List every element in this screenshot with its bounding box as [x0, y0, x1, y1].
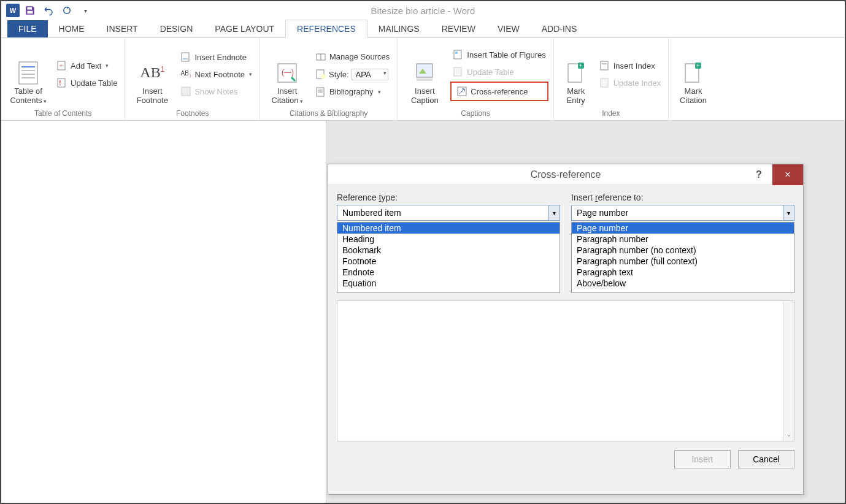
cancel-button[interactable]: Cancel: [738, 450, 794, 468]
update-table-button[interactable]: !Update Table: [54, 75, 120, 90]
citations-group-label: Citations & Bibliography: [265, 108, 392, 119]
mark-entry-button[interactable]: + Mark Entry: [559, 40, 593, 108]
document-title: Bitesize bio article - Word: [371, 6, 475, 16]
tab-mailings[interactable]: MAILINGS: [367, 20, 431, 37]
tab-home[interactable]: HOME: [48, 20, 96, 37]
bibliography-icon: [315, 86, 326, 97]
list-item[interactable]: Paragraph number (full context): [572, 256, 794, 267]
list-item[interactable]: Footnote: [337, 256, 560, 267]
endnote-icon: [180, 52, 191, 63]
svg-rect-10: [182, 53, 189, 61]
insert-citation-button[interactable]: (—) Insert Citation▾: [265, 40, 309, 108]
style-icon: [315, 69, 326, 80]
next-footnote-button[interactable]: AB↓Next Footnote ▾: [178, 67, 255, 82]
help-button[interactable]: ?: [748, 169, 770, 180]
list-item[interactable]: Heading: [337, 234, 560, 245]
tab-references[interactable]: REFERENCES: [285, 20, 367, 38]
tab-file[interactable]: FILE: [7, 20, 48, 37]
tab-review[interactable]: REVIEW: [431, 20, 486, 37]
bibliography-button[interactable]: Bibliography▾: [313, 85, 392, 99]
document-page[interactable]: [1, 121, 326, 503]
list-item[interactable]: Numbered item: [337, 223, 560, 234]
ribbon: Table of Contents▾ +Add Text▾ !Update Ta…: [1, 38, 845, 121]
group-captions: Insert Caption Insert Table of Figures U…: [398, 38, 553, 120]
show-notes-button[interactable]: Show Notes: [178, 84, 255, 99]
quick-access-toolbar: W ▾: [6, 2, 93, 18]
cross-reference-dialog: Cross-reference ? × Reference type: ▾ Nu…: [328, 164, 804, 495]
redo-icon[interactable]: [59, 2, 75, 18]
mark-entry-icon: +: [565, 62, 587, 84]
save-icon[interactable]: [22, 2, 38, 18]
list-item[interactable]: Endnote: [337, 267, 560, 278]
list-item[interactable]: Above/below: [572, 278, 794, 289]
list-item[interactable]: Paragraph number (no context): [572, 245, 794, 256]
svg-text:+: +: [60, 63, 63, 69]
tab-insert[interactable]: INSERT: [96, 20, 149, 37]
insert-endnote-button[interactable]: Insert Endnote: [178, 50, 255, 64]
svg-rect-24: [417, 78, 433, 81]
insert-tof-button[interactable]: Insert Table of Figures: [450, 47, 548, 62]
insert-reference-column: Insert reference to: ▾ Page number Parag…: [571, 193, 794, 293]
toc-group-label: Table of Contents: [6, 108, 120, 119]
cross-reference-highlight: Cross-reference: [450, 82, 548, 101]
reference-type-combo[interactable]: [337, 205, 560, 221]
reference-type-column: Reference type: ▾ Numbered item Heading …: [337, 193, 560, 293]
list-item[interactable]: Page number: [572, 223, 794, 234]
caption-icon: [413, 62, 436, 84]
insert-reference-arrow[interactable]: ▾: [783, 205, 794, 220]
update-index-button[interactable]: Update Index: [597, 75, 663, 90]
word-icon: W: [6, 4, 20, 17]
caption-label: Insert Caption: [411, 86, 439, 105]
svg-point-18: [321, 74, 326, 79]
insert-reference-listbox[interactable]: Page number Paragraph number Paragraph n…: [571, 222, 794, 293]
insert-footnote-button[interactable]: AB1 Insert Footnote: [130, 40, 174, 108]
style-select[interactable]: [352, 69, 388, 80]
reference-type-arrow[interactable]: ▾: [548, 205, 560, 220]
scrollbar[interactable]: ⌄: [783, 301, 794, 441]
tof-icon: [453, 49, 464, 60]
add-text-button[interactable]: +Add Text▾: [54, 58, 120, 73]
tab-page-layout[interactable]: PAGE LAYOUT: [204, 20, 285, 37]
cross-reference-button[interactable]: Cross-reference: [454, 84, 544, 99]
title-bar: W ▾ Bitesize bio article - Word: [1, 1, 845, 20]
tab-view[interactable]: VIEW: [486, 20, 531, 37]
tab-addins[interactable]: ADD-INS: [531, 20, 588, 37]
close-button[interactable]: ×: [772, 164, 803, 185]
svg-rect-34: [601, 78, 608, 87]
customize-qat-icon[interactable]: ▾: [77, 2, 93, 18]
manage-sources-button[interactable]: Manage Sources: [313, 50, 392, 64]
list-item[interactable]: Equation: [337, 278, 560, 289]
svg-text:!: !: [59, 79, 61, 86]
update-icon: [453, 66, 464, 77]
for-which-listbox[interactable]: ⌄: [337, 300, 794, 441]
svg-rect-32: [601, 61, 608, 70]
reference-type-listbox[interactable]: Numbered item Heading Bookmark Footnote …: [337, 222, 560, 293]
insert-caption-button[interactable]: Insert Caption: [402, 40, 447, 108]
captions-update-table-button[interactable]: Update Table: [450, 64, 548, 79]
insert-reference-combo[interactable]: [571, 205, 794, 221]
toc-icon: [17, 62, 39, 84]
citation-icon: (—): [276, 62, 298, 84]
style-label: Style:: [329, 70, 349, 79]
table-of-contents-button[interactable]: Table of Contents▾: [6, 40, 50, 108]
insert-reference-label: Insert reference to:: [571, 193, 794, 202]
svg-rect-27: [454, 67, 461, 76]
tab-design[interactable]: DESIGN: [149, 20, 204, 37]
group-citations: (—) Insert Citation▾ Manage Sources Styl…: [260, 38, 398, 120]
next-footnote-icon: AB↓: [180, 69, 191, 80]
footnotes-group-label: Footnotes: [130, 108, 255, 119]
list-item[interactable]: Bookmark: [337, 245, 560, 256]
undo-icon[interactable]: [40, 2, 56, 18]
svg-rect-26: [455, 52, 458, 54]
insert-index-button[interactable]: Insert Index: [597, 58, 663, 73]
mark-citation-button[interactable]: + Mark Citation: [674, 40, 713, 108]
insert-button[interactable]: Insert: [674, 450, 731, 468]
manage-sources-icon: [315, 52, 326, 63]
update-table-icon: !: [56, 77, 67, 88]
style-row: Style: ▾: [313, 67, 392, 82]
dialog-title-bar[interactable]: Cross-reference ? ×: [328, 164, 803, 185]
list-item[interactable]: Paragraph number: [572, 234, 794, 245]
toc-label: Table of Contents▾: [10, 86, 46, 105]
dialog-title: Cross-reference: [531, 169, 601, 180]
list-item[interactable]: Paragraph text: [572, 267, 794, 278]
